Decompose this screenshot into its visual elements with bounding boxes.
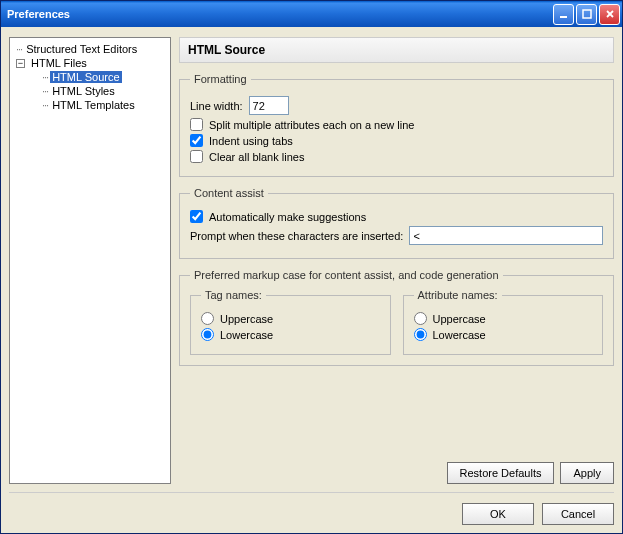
tree-label: HTML Templates: [50, 99, 137, 111]
tag-names-group: Tag names: Uppercase Lowercase: [190, 289, 391, 355]
tag-lowercase-radio[interactable]: [201, 328, 214, 341]
content-area: ··· Structured Text Editors − HTML Files…: [1, 27, 622, 492]
attr-names-legend: Attribute names:: [414, 289, 502, 301]
tree-label: Structured Text Editors: [24, 43, 139, 55]
tree-item-html-styles[interactable]: ··· HTML Styles: [12, 84, 168, 98]
restore-defaults-button[interactable]: Restore Defaults: [447, 462, 555, 484]
tree-label: HTML Source: [50, 71, 121, 83]
titlebar: Preferences: [1, 1, 622, 27]
tree-connector-icon: ···: [16, 43, 22, 55]
tree-connector-icon: ···: [42, 99, 48, 111]
tree-label: HTML Styles: [50, 85, 117, 97]
maximize-button[interactable]: [576, 4, 597, 25]
indent-tabs-checkbox[interactable]: [190, 134, 203, 147]
tree-item-structured[interactable]: ··· Structured Text Editors: [12, 42, 168, 56]
close-button[interactable]: [599, 4, 620, 25]
clear-blank-checkbox[interactable]: [190, 150, 203, 163]
tree-item-html-source[interactable]: ··· HTML Source: [12, 70, 168, 84]
tree-connector-icon: ···: [42, 85, 48, 97]
content-assist-group: Content assist Automatically make sugges…: [179, 187, 614, 259]
clear-blank-label: Clear all blank lines: [209, 151, 304, 163]
nav-tree: ··· Structured Text Editors − HTML Files…: [9, 37, 171, 484]
ok-button[interactable]: OK: [462, 503, 534, 525]
dialog-buttons: OK Cancel: [9, 492, 614, 525]
attr-names-group: Attribute names: Uppercase Lowercase: [403, 289, 604, 355]
attr-uppercase-label: Uppercase: [433, 313, 486, 325]
page-buttons: Restore Defaults Apply: [179, 454, 614, 484]
tag-names-legend: Tag names:: [201, 289, 266, 301]
cancel-button[interactable]: Cancel: [542, 503, 614, 525]
line-width-input[interactable]: [249, 96, 289, 115]
attr-lowercase-label: Lowercase: [433, 329, 486, 341]
preferences-window: Preferences ··· Structured Text Editors …: [0, 0, 623, 534]
attr-uppercase-radio[interactable]: [414, 312, 427, 325]
formatting-legend: Formatting: [190, 73, 251, 85]
prompt-chars-label: Prompt when these characters are inserte…: [190, 230, 403, 242]
tag-lowercase-label: Lowercase: [220, 329, 273, 341]
apply-button[interactable]: Apply: [560, 462, 614, 484]
indent-tabs-label: Indent using tabs: [209, 135, 293, 147]
tree-label: HTML Files: [29, 57, 89, 69]
tree-item-html-files[interactable]: − HTML Files: [12, 56, 168, 70]
attr-lowercase-radio[interactable]: [414, 328, 427, 341]
auto-suggest-checkbox[interactable]: [190, 210, 203, 223]
markup-case-legend: Preferred markup case for content assist…: [190, 269, 503, 281]
auto-suggest-label: Automatically make suggestions: [209, 211, 366, 223]
content-assist-legend: Content assist: [190, 187, 268, 199]
collapse-icon[interactable]: −: [16, 59, 25, 68]
tag-uppercase-label: Uppercase: [220, 313, 273, 325]
svg-rect-0: [560, 16, 567, 18]
tag-uppercase-radio[interactable]: [201, 312, 214, 325]
main-panel: HTML Source Formatting Line width: Split…: [179, 37, 614, 484]
formatting-group: Formatting Line width: Split multiple at…: [179, 73, 614, 177]
split-attributes-label: Split multiple attributes each on a new …: [209, 119, 414, 131]
prompt-chars-input[interactable]: [409, 226, 603, 245]
page-title: HTML Source: [179, 37, 614, 63]
minimize-button[interactable]: [553, 4, 574, 25]
split-attributes-checkbox[interactable]: [190, 118, 203, 131]
tree-item-html-templates[interactable]: ··· HTML Templates: [12, 98, 168, 112]
line-width-label: Line width:: [190, 100, 243, 112]
window-title: Preferences: [7, 8, 551, 20]
tree-connector-icon: ···: [42, 71, 48, 83]
markup-case-group: Preferred markup case for content assist…: [179, 269, 614, 366]
svg-rect-1: [583, 10, 591, 18]
